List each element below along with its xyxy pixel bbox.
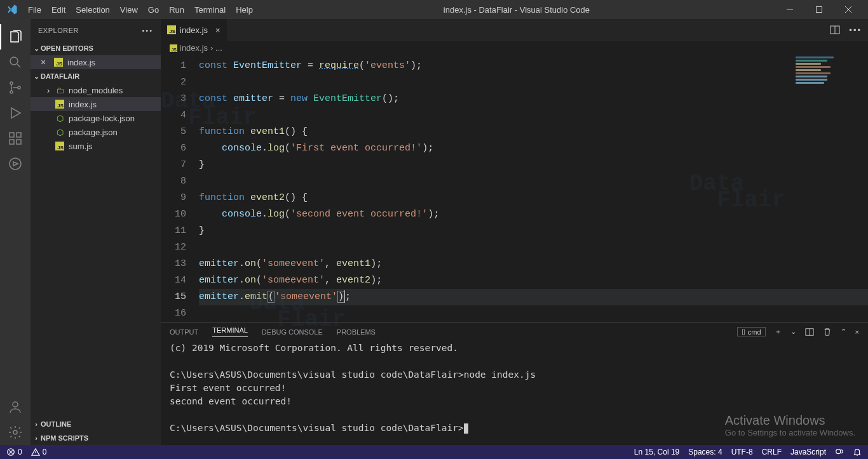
tree-file-index[interactable]: JS index.js	[31, 97, 161, 111]
js-file-icon: JS	[55, 100, 64, 109]
status-lang[interactable]: JavaScript	[790, 448, 826, 456]
npm-scripts-label: NPM SCRIPTS	[41, 434, 88, 442]
svg-rect-8	[17, 140, 21, 144]
split-terminal-icon[interactable]	[805, 328, 814, 336]
tree-item-label: package-lock.json	[69, 114, 135, 123]
panel-tab-terminal[interactable]: TERMINAL	[212, 326, 248, 337]
svg-rect-7	[10, 140, 14, 144]
outline-header[interactable]: › OUTLINE	[31, 417, 161, 431]
svg-point-4	[10, 91, 13, 93]
open-editor-item[interactable]: × JS index.js	[31, 55, 161, 69]
editor-tab-index[interactable]: JS index.js ×	[161, 19, 227, 41]
chevron-right-icon: ›	[47, 86, 55, 95]
more-actions-icon[interactable]: •••	[849, 25, 862, 35]
terminal-icon: ▯	[742, 328, 745, 336]
activate-windows-watermark: Activate Windows Go to Settings to activ…	[725, 413, 855, 437]
activity-extensions[interactable]	[0, 126, 31, 151]
terminal-dropdown-icon[interactable]: ⌄	[790, 328, 796, 336]
explorer-title: EXPLORER	[38, 27, 79, 34]
js-file-icon: JS	[167, 25, 176, 34]
menu-file[interactable]: File	[23, 3, 46, 17]
editor-tabs: JS index.js × •••	[161, 19, 868, 41]
panel-tab-output[interactable]: OUTPUT	[170, 328, 198, 336]
menu-view[interactable]: View	[115, 3, 143, 17]
explorer-more-icon[interactable]: •••	[142, 27, 153, 34]
svg-rect-6	[10, 133, 14, 137]
menu-selection[interactable]: Selection	[71, 3, 114, 17]
breadcrumb-rest: › ...	[210, 43, 222, 53]
svg-point-5	[18, 86, 20, 89]
chevron-down-icon: ⌄	[32, 72, 41, 81]
npm-scripts-header[interactable]: › NPM SCRIPTS	[31, 431, 161, 445]
tree-item-label: package.json	[69, 128, 118, 137]
window-minimize-button[interactable]	[775, 0, 804, 19]
panel-tab-debug[interactable]: DEBUG CONSOLE	[262, 328, 323, 336]
kill-terminal-icon[interactable]	[823, 328, 832, 336]
panel-tab-problems[interactable]: PROBLEMS	[337, 328, 376, 336]
menu-run[interactable]: Run	[164, 3, 189, 17]
npm-file-icon: ⬡	[55, 114, 65, 123]
tree-folder-node-modules[interactable]: › 🗀 node_modules	[31, 83, 161, 97]
status-lncol[interactable]: Ln 15, Col 19	[634, 448, 679, 456]
close-icon[interactable]: ×	[215, 25, 220, 35]
activity-settings[interactable]	[0, 420, 31, 445]
js-file-icon: JS	[54, 58, 63, 67]
chevron-right-icon: ›	[32, 434, 41, 442]
title-bar: File Edit Selection View Go Run Terminal…	[0, 0, 868, 19]
project-label: DATAFLAIR	[41, 72, 79, 80]
sidebar-explorer: EXPLORER ••• ⌄ OPEN EDITORS × JS index.j…	[31, 19, 161, 445]
status-bell-icon[interactable]	[853, 448, 862, 456]
svg-point-18	[836, 449, 841, 454]
open-editors-header[interactable]: ⌄ OPEN EDITORS	[31, 41, 161, 55]
close-panel-icon[interactable]: ×	[855, 328, 859, 336]
activity-debug[interactable]	[0, 100, 31, 126]
breadcrumb-file: index.js	[180, 43, 208, 53]
activity-bar	[0, 19, 31, 445]
tree-file-package[interactable]: ⬡ package.json	[31, 125, 161, 139]
window-close-button[interactable]	[834, 0, 863, 19]
svg-rect-9	[17, 133, 21, 137]
svg-point-11	[13, 402, 18, 407]
new-terminal-icon[interactable]: ＋	[775, 327, 782, 336]
svg-point-12	[13, 430, 17, 434]
window-maximize-button[interactable]	[804, 0, 834, 19]
code-content[interactable]: const EventEmitter = require('events'); …	[199, 55, 868, 322]
menu-edit[interactable]: Edit	[46, 3, 71, 17]
tree-file-package-lock[interactable]: ⬡ package-lock.json	[31, 111, 161, 125]
activity-search[interactable]	[0, 50, 31, 75]
svg-point-2	[10, 57, 18, 65]
menu-terminal[interactable]: Terminal	[189, 3, 231, 17]
open-editor-label: index.js	[67, 58, 95, 67]
code-editor[interactable]: 1 2 3 4 5 6 7 8 9 10 11 12 13 14 15 16 c…	[161, 55, 868, 322]
close-icon[interactable]: ×	[41, 57, 51, 67]
open-editors-label: OPEN EDITORS	[41, 44, 93, 52]
split-editor-icon[interactable]	[830, 25, 840, 35]
activity-explorer[interactable]	[0, 24, 31, 50]
status-spaces[interactable]: Spaces: 4	[688, 448, 722, 456]
status-eol[interactable]: CRLF	[762, 448, 782, 456]
activity-account[interactable]	[0, 394, 31, 420]
minimap[interactable]	[796, 57, 859, 107]
status-warnings[interactable]: 0	[31, 448, 47, 456]
activity-live[interactable]	[0, 151, 31, 176]
menu-help[interactable]: Help	[231, 3, 258, 17]
vscode-icon	[6, 4, 18, 15]
svg-rect-1	[817, 7, 822, 13]
activity-scm[interactable]	[0, 75, 31, 100]
chevron-down-icon: ⌄	[32, 44, 41, 53]
svg-rect-0	[787, 10, 793, 10]
status-encoding[interactable]: UTF-8	[731, 448, 753, 456]
maximize-panel-icon[interactable]: ⌃	[841, 328, 846, 336]
tree-item-label: node_modules	[69, 86, 123, 95]
terminal-shell-selector[interactable]: ▯cmd	[737, 327, 766, 336]
tree-item-label: sum.js	[69, 142, 93, 151]
menu-go[interactable]: Go	[143, 3, 164, 17]
project-header[interactable]: ⌄ DATAFLAIR	[31, 69, 161, 83]
breadcrumb[interactable]: JS index.js › ...	[161, 41, 868, 55]
tree-item-label: index.js	[69, 100, 97, 109]
status-errors[interactable]: 0	[6, 448, 22, 456]
tree-file-sum[interactable]: JS sum.js	[31, 139, 161, 153]
editor-area: JS index.js × ••• JS index.js › ... 1 2 …	[161, 19, 868, 445]
status-bar: 0 0 Ln 15, Col 19 Spaces: 4 UTF-8 CRLF J…	[0, 445, 868, 459]
status-feedback-icon[interactable]	[835, 448, 844, 456]
